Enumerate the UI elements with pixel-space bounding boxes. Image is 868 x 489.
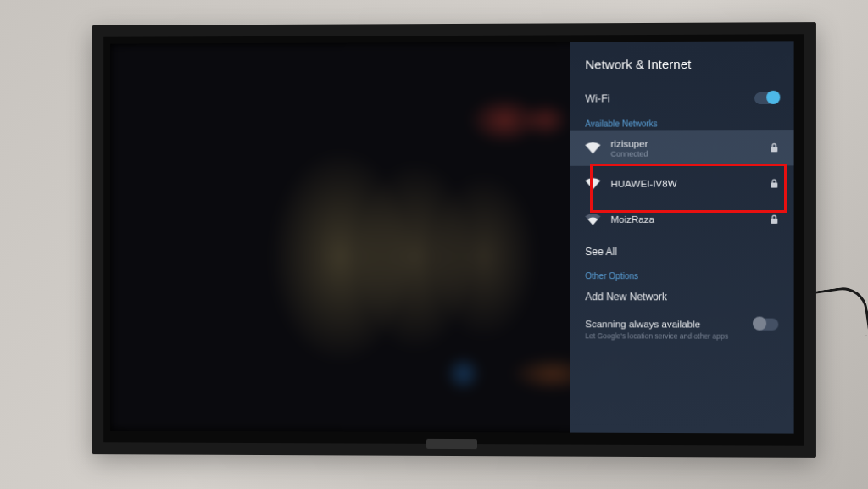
- svg-rect-1: [771, 183, 777, 188]
- network-status: Connected: [611, 149, 760, 158]
- network-name: rizisuper: [611, 138, 760, 148]
- add-network-item[interactable]: Add New Network: [570, 282, 793, 311]
- lock-icon: [770, 142, 778, 153]
- lock-icon: [770, 214, 778, 225]
- other-options-label: Other Options: [570, 266, 793, 282]
- wifi-signal-icon: [585, 142, 600, 154]
- network-text: MoizRaza: [611, 214, 760, 225]
- network-item-rizisuper[interactable]: rizisuper Connected: [570, 130, 793, 166]
- wifi-toggle-switch[interactable]: [754, 92, 778, 104]
- network-item-huawei[interactable]: HUAWEI-IV8W: [570, 165, 793, 202]
- wifi-signal-icon: [585, 214, 600, 225]
- network-name: MoizRaza: [611, 214, 760, 225]
- available-networks-label: Available Networks: [570, 114, 793, 131]
- panel-title: Network & Internet: [570, 56, 793, 83]
- scanning-subtitle: Let Google's location service and other …: [570, 331, 793, 341]
- network-text: HUAWEI-IV8W: [611, 179, 760, 189]
- tv-brand-logo: [426, 439, 477, 449]
- tv-frame: Network & Internet Wi-Fi Available Netwo…: [92, 22, 816, 458]
- network-item-moizraza[interactable]: MoizRaza: [570, 202, 793, 237]
- scanning-toggle-switch[interactable]: [754, 319, 778, 331]
- network-name: HUAWEI-IV8W: [611, 179, 760, 189]
- wifi-toggle-row[interactable]: Wi-Fi: [570, 83, 793, 114]
- settings-panel: Network & Internet Wi-Fi Available Netwo…: [570, 41, 793, 433]
- scanning-row[interactable]: Scanning always available: [570, 311, 793, 332]
- see-all-item[interactable]: See All: [570, 237, 793, 266]
- wifi-label: Wi-Fi: [585, 92, 609, 104]
- lock-icon: [770, 179, 778, 189]
- tv-screen: Network & Internet Wi-Fi Available Netwo…: [110, 41, 793, 433]
- network-text: rizisuper Connected: [611, 138, 760, 158]
- wifi-signal-icon: [585, 178, 600, 190]
- scanning-title: Scanning always available: [585, 319, 700, 329]
- svg-rect-0: [771, 147, 777, 152]
- svg-rect-2: [771, 219, 777, 224]
